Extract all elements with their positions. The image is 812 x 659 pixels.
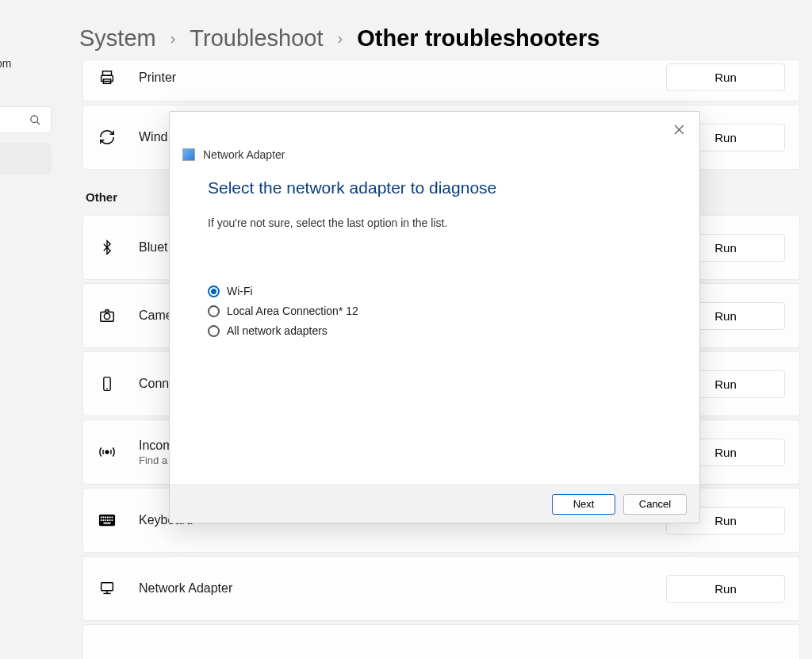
camera-icon: [98, 306, 117, 325]
svg-point-0: [31, 115, 38, 122]
breadcrumb-troubleshoot[interactable]: Troubleshoot: [190, 25, 323, 52]
printer-icon: [98, 68, 117, 87]
svg-line-1: [36, 121, 40, 125]
svg-rect-13: [105, 516, 106, 518]
radio-label: Local Area Connection* 12: [227, 305, 358, 317]
chevron-right-icon: ›: [170, 29, 176, 48]
ts-printer[interactable]: Printer Run: [82, 59, 800, 102]
generic-icon: [98, 647, 117, 659]
left-nav-label: om: [0, 57, 11, 70]
svg-rect-11: [101, 516, 102, 518]
svg-rect-19: [105, 519, 106, 521]
svg-point-9: [105, 450, 109, 454]
ts-next-item[interactable]: [82, 624, 800, 659]
run-button[interactable]: Run: [666, 63, 785, 91]
dialog-title: Network Adapter: [203, 148, 285, 161]
next-button[interactable]: Next: [552, 494, 615, 515]
refresh-icon: [98, 128, 117, 147]
svg-rect-22: [112, 519, 113, 521]
radio-label: All network adapters: [227, 324, 327, 337]
svg-rect-21: [109, 519, 111, 521]
svg-rect-17: [101, 519, 102, 521]
phone-icon: [98, 374, 117, 393]
radio-label: Wi-Fi: [227, 285, 253, 297]
troubleshooter-icon: [182, 148, 195, 161]
network-adapter-dialog: Network Adapter Select the network adapt…: [169, 111, 700, 523]
cancel-button[interactable]: Cancel: [623, 494, 687, 515]
svg-rect-15: [109, 516, 111, 518]
svg-rect-2: [103, 71, 112, 75]
svg-rect-20: [107, 519, 109, 521]
radio-icon: [208, 325, 220, 337]
svg-rect-14: [107, 516, 109, 518]
search-icon: [29, 114, 41, 126]
svg-rect-24: [102, 583, 113, 591]
ts-label: Printer: [139, 71, 666, 85]
breadcrumb: System › Troubleshoot › Other troublesho…: [79, 25, 599, 52]
search-input[interactable]: [0, 106, 52, 133]
svg-rect-12: [103, 516, 105, 518]
svg-point-6: [104, 313, 109, 319]
antenna-icon: [98, 443, 117, 462]
dialog-footer: Next Cancel: [170, 485, 699, 523]
ts-label: Network Adapter: [139, 581, 666, 596]
svg-rect-18: [103, 519, 105, 521]
svg-rect-23: [103, 523, 110, 524]
radio-local-area-connection[interactable]: Local Area Connection* 12: [208, 305, 661, 317]
monitor-network-icon: [98, 579, 117, 598]
svg-rect-16: [112, 516, 113, 518]
nav-item-selected[interactable]: [0, 143, 52, 174]
radio-wifi[interactable]: Wi-Fi: [208, 285, 661, 297]
adapter-radio-group: Wi-Fi Local Area Connection* 12 All netw…: [170, 229, 699, 337]
breadcrumb-current: Other troubleshooters: [357, 25, 599, 52]
radio-icon: [208, 285, 220, 297]
chevron-right-icon: ›: [338, 29, 343, 48]
bluetooth-icon: [98, 238, 117, 257]
radio-icon: [208, 305, 220, 317]
ts-network-adapter[interactable]: Network Adapter Run: [82, 556, 800, 621]
keyboard-icon: [98, 511, 117, 530]
dialog-title-row: Network Adapter: [170, 112, 699, 161]
left-nav-partial: om: [0, 0, 52, 659]
breadcrumb-system[interactable]: System: [79, 25, 156, 52]
close-button[interactable]: [668, 118, 690, 140]
run-button[interactable]: Run: [666, 575, 785, 603]
dialog-heading: Select the network adapter to diagnose: [170, 161, 699, 197]
dialog-subtext: If you're not sure, select the last opti…: [170, 197, 699, 229]
radio-all-adapters[interactable]: All network adapters: [208, 324, 661, 337]
